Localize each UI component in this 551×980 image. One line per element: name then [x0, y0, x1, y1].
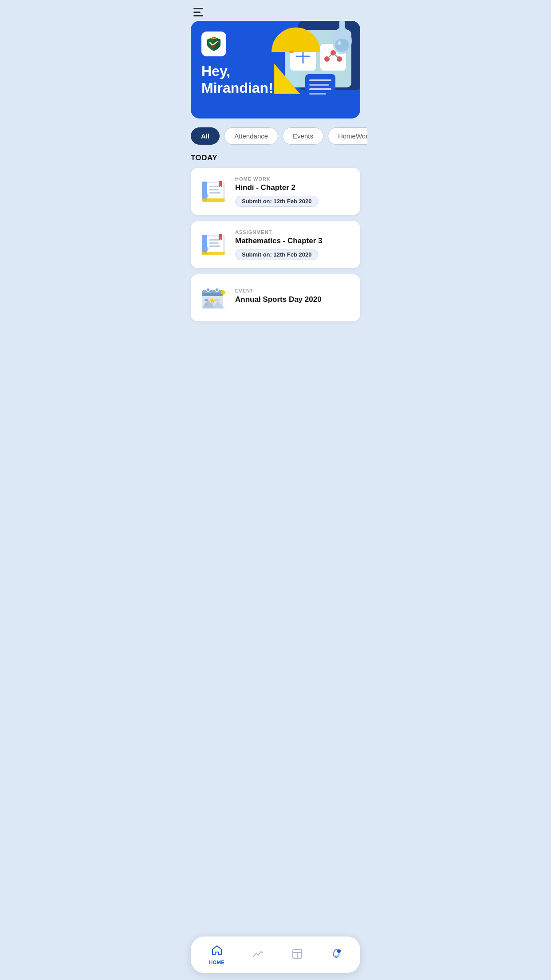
hamburger-menu-button[interactable] — [193, 8, 203, 16]
hero-greeting-text: Hey, — [201, 63, 230, 79]
nav-home[interactable]: HOME — [203, 943, 231, 967]
assignment-type-label: ASSIGNMENT — [235, 229, 353, 235]
hero-greeting: Hey, Mirandian! — [201, 63, 350, 97]
bottom-nav: HOME — [191, 937, 360, 973]
svg-rect-42 — [209, 242, 219, 244]
event-type-label: EVENT — [235, 288, 353, 293]
today-section-title: TODAY — [184, 154, 367, 168]
assignment-icon — [198, 229, 229, 260]
svg-rect-46 — [202, 252, 225, 255]
assignment-title: Mathematics - Chapter 3 — [235, 237, 353, 245]
svg-rect-33 — [209, 192, 220, 194]
assignment-badge: Submit on: 12th Feb 2020 — [235, 249, 318, 260]
svg-point-27 — [338, 41, 341, 45]
svg-point-0 — [212, 45, 216, 47]
event-card-content: EVENT Annual Sports Day 2020 — [235, 288, 353, 308]
card-homework[interactable]: HOME WORK Hindi - Chapter 2 Submit on: 1… — [191, 168, 360, 215]
filter-tab-events[interactable]: Events — [283, 127, 323, 145]
filter-tab-attendance[interactable]: Attendance — [224, 127, 278, 145]
card-assignment[interactable]: ASSIGNMENT Mathematics - Chapter 3 Submi… — [191, 221, 360, 268]
home-nav-label: HOME — [209, 960, 224, 965]
filter-tab-all[interactable]: All — [191, 127, 220, 145]
school-logo — [201, 32, 226, 56]
homework-icon — [198, 176, 229, 207]
svg-point-47 — [204, 247, 209, 251]
chart-icon — [252, 948, 264, 961]
svg-point-57 — [215, 288, 219, 292]
svg-rect-43 — [209, 245, 220, 247]
svg-rect-20 — [289, 51, 294, 53]
header — [184, 0, 367, 21]
svg-rect-36 — [202, 198, 225, 202]
svg-point-65 — [337, 949, 341, 953]
bell-icon — [331, 948, 342, 961]
event-title: Annual Sports Day 2020 — [235, 295, 353, 304]
homework-type-label: HOME WORK — [235, 176, 353, 182]
svg-point-56 — [206, 288, 210, 292]
homework-title: Hindi - Chapter 2 — [235, 183, 353, 192]
shield-icon — [205, 36, 222, 52]
svg-rect-32 — [209, 189, 219, 190]
cards-list: HOME WORK Hindi - Chapter 2 Submit on: 1… — [184, 168, 367, 321]
svg-rect-50 — [202, 293, 223, 296]
page-wrapper: Hey, Mirandian! — [184, 0, 367, 980]
svg-rect-29 — [202, 182, 207, 201]
homework-card-content: HOME WORK Hindi - Chapter 2 Submit on: 1… — [235, 176, 353, 207]
filter-tabs: All Attendance Events HomeWork — [184, 127, 367, 154]
hero-name-text: Mirandian! — [201, 80, 273, 96]
assignment-card-content: ASSIGNMENT Mathematics - Chapter 3 Submi… — [235, 229, 353, 260]
event-icon — [198, 282, 229, 313]
card-event[interactable]: EVENT Annual Sports Day 2020 — [191, 274, 360, 321]
layout-icon — [291, 948, 303, 961]
filter-tab-homework[interactable]: HomeWork — [328, 127, 367, 145]
nav-bell[interactable] — [324, 946, 348, 963]
homework-badge: Submit on: 12th Feb 2020 — [235, 196, 318, 207]
svg-point-61 — [221, 290, 225, 295]
nav-chart[interactable] — [246, 946, 270, 963]
home-icon — [211, 944, 223, 958]
hero-banner: Hey, Mirandian! — [191, 21, 360, 119]
svg-point-26 — [335, 39, 349, 52]
svg-rect-39 — [202, 235, 207, 254]
nav-layout[interactable] — [285, 946, 309, 963]
svg-point-37 — [204, 194, 209, 198]
svg-rect-53 — [215, 299, 219, 301]
